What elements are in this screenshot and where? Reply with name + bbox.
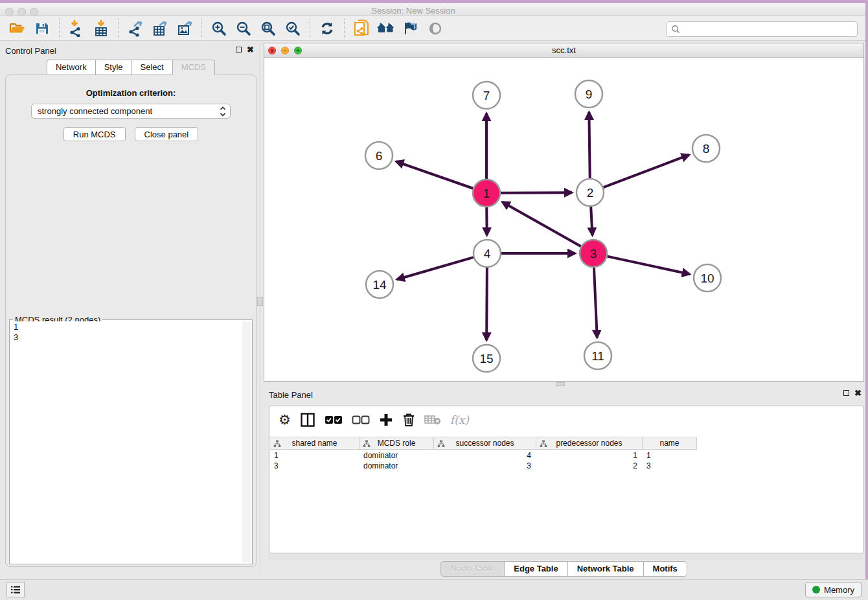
table-settings-gear-icon[interactable]: ⚙: [279, 410, 291, 430]
import-network-icon[interactable]: [64, 18, 89, 39]
optimization-criterion-label: Optimization criterion:: [6, 88, 256, 98]
control-panel-tabs: NetworkStyleSelectMCDS: [5, 60, 257, 75]
table-panel: Table Panel ✖ ⚙: [264, 386, 864, 577]
graph-node-label: 4: [484, 247, 491, 260]
show-columns-icon[interactable]: [300, 410, 315, 430]
float-panel-icon[interactable]: [236, 47, 242, 52]
memory-label: Memory: [824, 585, 854, 595]
mcds-result-scrollbar[interactable]: [242, 321, 251, 562]
app-titlebar: Session: New Session: [0, 3, 865, 16]
application-window: Session: New Session: [0, 0, 868, 600]
table-tab-node-table[interactable]: Node Table: [440, 561, 504, 577]
run-mcds-button[interactable]: Run MCDS: [63, 127, 126, 141]
mcds-tab-panel: Optimization criterion: strongly connect…: [5, 75, 257, 567]
delete-table-icon-disabled: [424, 410, 441, 430]
select-stepper-icon: [220, 106, 226, 117]
table-row[interactable]: 3dominator323: [270, 461, 697, 471]
table-cell[interactable]: 4: [434, 450, 536, 461]
table-close-panel-icon[interactable]: ✖: [854, 390, 862, 396]
task-history-button[interactable]: [6, 582, 25, 597]
control-panel-tab-mcds[interactable]: MCDS: [172, 60, 215, 75]
table-cell[interactable]: 3: [434, 461, 536, 471]
edge-4-14[interactable]: [397, 257, 474, 279]
table-cell[interactable]: 1: [536, 450, 643, 461]
memory-button[interactable]: Memory: [805, 582, 862, 597]
graph-node-label: 14: [372, 278, 387, 292]
add-column-icon[interactable]: [379, 410, 393, 430]
edge-2-9[interactable]: [589, 112, 589, 178]
export-image-icon[interactable]: [172, 18, 197, 39]
apply-function-icon-disabled: f(x): [450, 410, 469, 430]
control-panel-tab-select[interactable]: Select: [131, 60, 172, 75]
table-float-panel-icon[interactable]: [843, 390, 849, 396]
table-tab-motifs[interactable]: Motifs: [643, 561, 687, 577]
graph-node-label: 3: [590, 247, 597, 260]
vertical-splitter-handle[interactable]: [257, 297, 263, 306]
delete-column-icon[interactable]: [402, 410, 415, 430]
column-header-name[interactable]: name: [643, 437, 697, 449]
graph-node-label: 7: [483, 89, 490, 102]
deselect-all-icon[interactable]: [352, 410, 370, 430]
edge-1-2[interactable]: [501, 192, 572, 193]
table-tab-network-table[interactable]: Network Table: [567, 561, 643, 577]
import-table-icon[interactable]: [89, 18, 113, 39]
table-cell[interactable]: dominator: [360, 461, 434, 471]
table-cell[interactable]: 3: [270, 461, 360, 471]
table-scrollbar-track[interactable]: [269, 553, 863, 560]
graph-node-label: 6: [376, 149, 383, 163]
search-icon: [670, 24, 681, 34]
refresh-layout-icon[interactable]: [315, 18, 339, 39]
clone-network-icon[interactable]: [349, 18, 374, 39]
edge-3-1[interactable]: [502, 202, 580, 246]
export-table-icon[interactable]: [148, 18, 172, 39]
vertical-splitter[interactable]: [259, 43, 261, 574]
table-tab-edge-table[interactable]: Edge Table: [504, 561, 567, 577]
edge-3-10[interactable]: [608, 257, 690, 274]
edge-3-11[interactable]: [594, 268, 597, 338]
network-canvas[interactable]: 1234678910111415: [264, 58, 863, 381]
edge-2-8[interactable]: [604, 155, 689, 187]
table-cell[interactable]: 1: [643, 450, 697, 461]
select-all-icon[interactable]: [325, 410, 343, 430]
mcds-result-list[interactable]: 1 3: [11, 321, 242, 562]
edge-1-6[interactable]: [396, 161, 473, 189]
main-toolbar: [0, 16, 865, 41]
table-cell[interactable]: 3: [643, 461, 697, 471]
edge-4-15[interactable]: [486, 268, 487, 340]
graph-node-label: 9: [586, 87, 593, 101]
control-panel-tab-style[interactable]: Style: [95, 60, 131, 75]
column-header-MCDS-role[interactable]: MCDS role: [360, 437, 434, 449]
zoom-in-icon[interactable]: [207, 18, 231, 39]
zoom-selected-icon[interactable]: [280, 18, 305, 39]
table-cell[interactable]: 2: [536, 461, 643, 471]
search-input[interactable]: [681, 23, 857, 35]
memory-status-icon: [812, 586, 820, 594]
network-window-titlebar[interactable]: x − + scc.txt: [264, 43, 863, 58]
optimization-criterion-select[interactable]: strongly connected component: [31, 104, 231, 119]
table-cell[interactable]: 1: [270, 450, 360, 461]
table-row[interactable]: 1dominator411: [270, 450, 697, 461]
table-header-row: shared nameMCDS rolesuccessor nodesprede…: [270, 437, 697, 450]
table-cell[interactable]: dominator: [360, 450, 434, 461]
column-header-predecessor-nodes[interactable]: predecessor nodes: [536, 437, 643, 449]
control-panel-title: Control Panel: [5, 46, 56, 56]
open-session-icon[interactable]: [5, 18, 30, 39]
close-panel-icon[interactable]: ✖: [247, 47, 254, 52]
graph-node-label: 10: [700, 271, 714, 285]
column-header-successor-nodes[interactable]: successor nodes: [434, 437, 536, 449]
control-panel: Control Panel ✖ NetworkStyleSelectMCDS O…: [5, 43, 257, 574]
graph-node-label: 8: [703, 142, 710, 156]
export-network-icon[interactable]: [123, 18, 148, 39]
search-field[interactable]: [666, 21, 858, 37]
edge-2-3[interactable]: [591, 207, 592, 235]
hide-flag-icon[interactable]: [398, 18, 423, 39]
save-session-icon[interactable]: [30, 18, 54, 39]
home-icon[interactable]: [374, 18, 398, 39]
eye-icon[interactable]: [423, 18, 448, 39]
column-header-shared-name[interactable]: shared name: [270, 437, 360, 449]
close-panel-button[interactable]: Close panel: [135, 127, 199, 141]
network-view-window: x − + scc.txt 1234678910111415: [264, 43, 864, 382]
zoom-out-icon[interactable]: [231, 18, 256, 39]
control-panel-tab-network[interactable]: Network: [47, 60, 95, 75]
zoom-fit-icon[interactable]: [256, 18, 280, 39]
